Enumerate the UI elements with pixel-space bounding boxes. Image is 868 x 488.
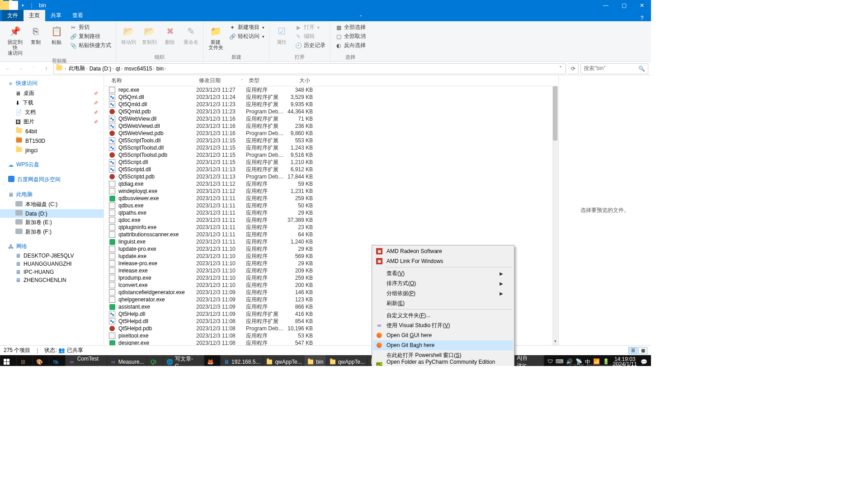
tray-icon[interactable]: 🔊 bbox=[566, 358, 573, 366]
file-row[interactable]: linguist.exe2023/12/3 11:11应用程序1,240 KB bbox=[104, 238, 558, 245]
nav-item[interactable]: jingci bbox=[0, 145, 104, 155]
tray-icon[interactable]: 📶 bbox=[593, 358, 600, 366]
nav-net-pc[interactable]: 🖥IPC-HUANG bbox=[0, 268, 104, 276]
tray-icon[interactable]: 📡 bbox=[576, 358, 582, 366]
qat-dropdown-icon[interactable]: ▾ bbox=[18, 1, 27, 10]
easy-access-button[interactable]: 🔗轻松访问▾ bbox=[227, 32, 266, 41]
nav-item[interactable]: 64bit bbox=[0, 127, 104, 136]
file-row[interactable]: Qt5WebViewd.pdb2023/12/3 11:16Program De… bbox=[104, 130, 558, 137]
nav-drive[interactable]: 新加卷 (F:) bbox=[0, 227, 104, 237]
breadcrumb[interactable]: msvc64515› bbox=[123, 66, 156, 72]
file-row[interactable]: Qt5WebView.dll2023/12/3 11:16应用程序扩展71 KB bbox=[104, 115, 558, 122]
quick-access-header[interactable]: ★快速访问 bbox=[0, 78, 104, 89]
nav-net-pc[interactable]: 🖥DESKTOP-J8E5QLV bbox=[0, 252, 104, 260]
taskbar-button[interactable]: 🛍 bbox=[49, 355, 65, 366]
pin-to-quick-access-button[interactable]: 📌固定到快速访问 bbox=[5, 23, 24, 56]
taskbar-button[interactable]: ∞Measure... bbox=[107, 355, 146, 366]
file-row[interactable]: Qt5Qmld.pdb2023/12/3 11:23Program Debug.… bbox=[104, 108, 558, 115]
recent-button[interactable]: ˅ bbox=[28, 63, 39, 74]
col-type[interactable]: 类型 bbox=[246, 77, 286, 84]
scrollbar[interactable]: ▴ ▾ bbox=[552, 86, 558, 345]
menu-item[interactable]: ▣AMD Radeon Software bbox=[373, 246, 513, 256]
up-button[interactable]: ↑ bbox=[41, 63, 52, 74]
file-row[interactable]: qdoc.exe2023/12/3 11:11应用程序37,389 KB bbox=[104, 216, 558, 224]
tray-icon[interactable]: 🛡 bbox=[547, 358, 553, 366]
tray-icon[interactable]: 🔋 bbox=[603, 358, 609, 366]
search-input[interactable]: 搜索"bin"🔍 bbox=[580, 63, 648, 74]
open-button[interactable]: ▶打开▾ bbox=[293, 23, 327, 32]
tray-icon[interactable]: 中 bbox=[585, 358, 590, 366]
nav-net-pc[interactable]: 🖥HUANGGUANGZHI bbox=[0, 260, 104, 268]
close-button[interactable]: ✕ bbox=[633, 0, 651, 10]
back-button[interactable]: ← bbox=[3, 63, 14, 74]
large-icons-view-icon[interactable]: ▦ bbox=[638, 347, 647, 354]
file-row[interactable]: Qt5Qmld.dll2023/12/3 11:23应用程序扩展9,935 KB bbox=[104, 101, 558, 108]
address-bar[interactable]: › 此电脑›Data (D:)›qt›msvc64515›bin› ˅ bbox=[53, 63, 566, 74]
scroll-down-icon[interactable]: ▾ bbox=[552, 339, 558, 345]
file-row[interactable]: Qt5Script.dll2023/12/3 11:15应用程序扩展1,210 … bbox=[104, 159, 558, 166]
breadcrumb[interactable]: 此电脑› bbox=[68, 65, 88, 72]
file-row[interactable]: Qt5ScriptTools.dll2023/12/3 11:15应用程序扩展5… bbox=[104, 137, 558, 144]
scrollbar-thumb[interactable] bbox=[553, 86, 557, 141]
new-item-button[interactable]: ✦新建项目▾ bbox=[227, 23, 266, 32]
ribbon-collapse-icon[interactable]: ˇ bbox=[352, 15, 370, 21]
breadcrumb-sep[interactable]: › bbox=[64, 66, 67, 71]
copy-to-button[interactable]: 📂复制到 bbox=[140, 23, 159, 46]
taskbar-button[interactable]: qwAppTe... bbox=[263, 355, 304, 366]
invert-selection-button[interactable]: ◐反向选择 bbox=[333, 41, 368, 50]
file-row[interactable]: Qt5Qml.dll2023/12/3 11:24应用程序扩展3,529 KB bbox=[104, 94, 558, 101]
notifications-icon[interactable]: 💬 bbox=[641, 359, 647, 365]
file-row[interactable]: qtdiag.exe2023/12/3 11:12应用程序59 KB bbox=[104, 180, 558, 188]
address-dropdown-icon[interactable]: ˅ bbox=[557, 66, 564, 72]
properties-button[interactable]: ☑属性 bbox=[272, 23, 291, 46]
menu-item[interactable]: 查看(V)▶ bbox=[373, 268, 513, 278]
delete-button[interactable]: ✖删除 bbox=[160, 23, 179, 46]
file-row[interactable]: Qt5ScriptToolsd.pdb2023/12/3 11:15Progra… bbox=[104, 151, 558, 159]
col-name[interactable]: 名称 bbox=[108, 77, 196, 84]
nav-item[interactable]: 🖥桌面 bbox=[0, 89, 104, 98]
tab-file[interactable]: 文件 bbox=[2, 10, 24, 21]
nav-drive[interactable]: 新加卷 (E:) bbox=[0, 218, 104, 227]
paste-shortcut-button[interactable]: 📎粘贴快捷方式 bbox=[68, 41, 113, 50]
nav-net-pc[interactable]: 🖥ZHENGCHENLIN bbox=[0, 276, 104, 284]
select-none-button[interactable]: ▢全部取消 bbox=[333, 32, 368, 41]
breadcrumb[interactable]: qt› bbox=[115, 66, 123, 72]
nav-item[interactable]: BT150D bbox=[0, 136, 104, 145]
cut-button[interactable]: ✂剪切 bbox=[68, 23, 113, 32]
navigation-pane[interactable]: ★快速访问 🖥桌面⬇下载📄文档🖼图片64bitBT150Djingci ☁WPS… bbox=[0, 75, 104, 345]
col-size[interactable]: 大小 bbox=[286, 77, 313, 84]
tray-icon[interactable]: ⌨ bbox=[556, 358, 563, 366]
file-row[interactable]: qtpaths.exe2023/12/3 11:11应用程序29 KB bbox=[104, 209, 558, 216]
file-row[interactable]: qdbusviewer.exe2023/12/3 11:11应用程序259 KB bbox=[104, 195, 558, 202]
refresh-button[interactable]: ⟳ bbox=[568, 63, 579, 74]
menu-item[interactable]: 分组依据(P)▶ bbox=[373, 288, 513, 298]
file-row[interactable]: Qt5ScriptToolsd.dll2023/12/3 11:15应用程序扩展… bbox=[104, 144, 558, 151]
file-row[interactable]: Qt5WebViewd.dll2023/12/3 11:16应用程序扩展236 … bbox=[104, 122, 558, 130]
clock[interactable]: 14:19:03 2024/1/11 bbox=[613, 357, 637, 366]
tab-home[interactable]: 主页 bbox=[24, 10, 45, 21]
paste-button[interactable]: 📋粘贴 bbox=[47, 23, 66, 46]
this-pc-header[interactable]: 🖥此电脑 bbox=[0, 189, 104, 200]
edit-button[interactable]: ✎编辑 bbox=[293, 32, 327, 41]
file-row[interactable]: qdbus.exe2023/12/3 11:11应用程序50 KB bbox=[104, 202, 558, 209]
taskbar-button[interactable]: 🖥192.168.5... bbox=[220, 355, 263, 366]
menu-item[interactable]: 刷新(E) bbox=[373, 298, 513, 308]
breadcrumb[interactable]: Data (D:)› bbox=[89, 66, 115, 72]
system-tray[interactable]: 🛡⌨🔊📡中📶🔋 14:19:03 2024/1/11 💬 bbox=[544, 357, 651, 366]
move-to-button[interactable]: 📂移动到 bbox=[119, 23, 138, 46]
network-header[interactable]: 🖧网络 bbox=[0, 241, 104, 252]
taskbar-button[interactable]: ∞ComTest ... bbox=[65, 355, 107, 366]
maximize-button[interactable]: ▢ bbox=[615, 0, 633, 10]
nav-drive[interactable]: 本地磁盘 (C:) bbox=[0, 200, 104, 209]
menu-item[interactable]: 自定义文件夹(F)... bbox=[373, 310, 513, 320]
nav-item[interactable]: 🖼图片 bbox=[0, 117, 104, 127]
file-row[interactable]: qtattributionsscanner.exe2023/12/3 11:11… bbox=[104, 231, 558, 238]
col-date[interactable]: 修改日期˅ bbox=[196, 77, 246, 84]
taskbar-button[interactable]: ⊞ bbox=[16, 355, 33, 366]
taskbar-button[interactable]: 🎨 bbox=[33, 355, 49, 366]
nav-item[interactable]: 📄文档 bbox=[0, 108, 104, 117]
menu-item[interactable]: PCOpen Folder as PyCharm Community Editi… bbox=[373, 360, 513, 366]
wps-cloud[interactable]: ☁WPS云盘 bbox=[0, 160, 104, 170]
forward-button[interactable]: → bbox=[15, 63, 26, 74]
breadcrumb[interactable]: bin› bbox=[156, 66, 167, 72]
